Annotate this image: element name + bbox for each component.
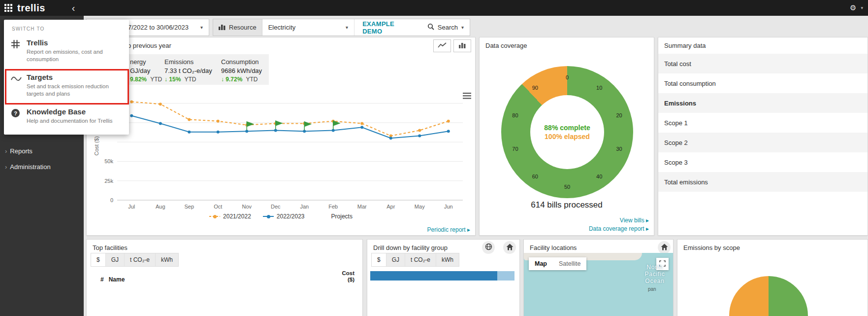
cost-line-chart: 025k50kJulAugSepOctNovDecJanFebMarAprMay… — [94, 84, 470, 221]
svg-text:Aug: Aug — [156, 204, 165, 210]
home-icon — [661, 244, 668, 252]
question-mark-icon: ? — [11, 107, 23, 125]
svg-text:Oct: Oct — [214, 204, 222, 210]
svg-text:0: 0 — [110, 197, 113, 203]
stat-energy: nergy GJ/day 9.82% YTD — [130, 58, 162, 83]
complete-percent-label: 88% complete — [544, 123, 590, 132]
stat-delta: 9.82% YTD — [130, 76, 162, 83]
sidebar-item-reports[interactable]: › Reports — [0, 143, 84, 159]
card-title: Data coverage — [480, 37, 654, 49]
donut-tick-label: 80 — [512, 112, 518, 118]
svg-text:Sep: Sep — [184, 204, 194, 210]
unit-tco2e[interactable]: t CO₂-e — [125, 253, 156, 266]
unit-toggle: $ GJ t CO₂-e kWh — [371, 253, 459, 267]
user-menu-caret-icon[interactable]: ▾ — [861, 5, 863, 10]
sidebar-item-label: Reports — [10, 147, 32, 155]
summary-table: Total cost Total consumption Emissions S… — [658, 54, 868, 192]
stat-delta: ↓ 15% YTD — [164, 76, 212, 83]
unit-tco2e[interactable]: t CO₂-e — [405, 253, 436, 266]
chevron-right-icon: › — [5, 147, 7, 155]
svg-text:Jan: Jan — [300, 204, 309, 210]
sidebar-collapse-chevron[interactable]: ‹ — [72, 3, 75, 13]
resource-select[interactable]: Electricity ▾ — [262, 19, 354, 35]
donut-tick-label: 40 — [596, 174, 602, 179]
home-button[interactable] — [658, 241, 671, 254]
sidebar-item-administration[interactable]: › Administration — [0, 159, 84, 175]
card-title: o previous year — [122, 37, 475, 49]
topbar: trellis ‹ ⚙ ▾ — [0, 0, 868, 16]
menu-item-targets[interactable]: Targets Set and track emission reduction… — [4, 68, 129, 103]
trellis-logo[interactable]: trellis — [17, 2, 45, 14]
globe-button[interactable] — [482, 241, 495, 254]
column-header-name: Name — [109, 276, 125, 283]
data-coverage-card: Data coverage 0102030405060708090 88% co… — [479, 37, 654, 236]
coverage-donut-center: 88% complete 100% elapsed — [530, 95, 604, 169]
line-chart-toggle-button[interactable] — [433, 39, 451, 52]
map-text-fragment: pan — [648, 286, 656, 292]
stat-label: Consumption — [221, 58, 262, 66]
resource-label: Resource — [229, 24, 257, 31]
home-button[interactable] — [503, 241, 516, 254]
bar-segment — [497, 271, 514, 281]
card-title: Facility locations — [524, 240, 673, 251]
elapsed-percent-label: 100% elapsed — [545, 132, 590, 141]
legend-series-2021-2022[interactable]: 2021/2022 — [209, 213, 251, 220]
periodic-report-link[interactable]: Periodic report ▸ — [427, 226, 470, 233]
map[interactable]: Map Satellite North Pacific Ocean pan — [524, 253, 673, 316]
scope-pie — [729, 276, 808, 316]
stat-value: GJ/day — [130, 67, 162, 74]
summary-row-scope-3: Scope 3 — [658, 152, 868, 172]
menu-item-text: Trellis Report on emissions, cost and co… — [27, 38, 122, 63]
unit-dollar[interactable]: $ — [372, 253, 386, 266]
column-chart-icon — [458, 42, 466, 50]
search-control[interactable]: Search ▾ — [421, 19, 470, 35]
map-type-map-button[interactable]: Map — [529, 257, 553, 270]
facility-group-bar[interactable] — [370, 271, 514, 281]
example-demo-badge[interactable]: EXAMPLE DEMO — [354, 19, 421, 35]
map-type-satellite-button[interactable]: Satellite — [553, 257, 586, 270]
sidebar-item-label: Administration — [10, 163, 50, 171]
summary-row-total-cost: Total cost — [658, 54, 868, 73]
column-header-cost: Cost ($) — [342, 270, 354, 283]
svg-text:25k: 25k — [104, 178, 113, 184]
summary-row-scope-1: Scope 1 — [658, 113, 868, 133]
donut-tick-label: 20 — [616, 112, 622, 118]
search-label: Search — [438, 24, 458, 31]
unit-dollar[interactable]: $ — [91, 253, 106, 266]
legend-series-2022-2023[interactable]: 2022/2023 — [263, 213, 305, 220]
unit-gj[interactable]: GJ — [386, 253, 405, 266]
stat-delta-pct: 9.82% — [130, 76, 147, 83]
trellis-lattice-icon — [11, 38, 23, 63]
card-title: Drill down by facility group — [367, 240, 519, 251]
app-launcher-grid-icon[interactable] — [4, 4, 12, 12]
data-coverage-report-link[interactable]: Data coverage report ▸ — [589, 225, 649, 233]
summary-data-card: Summary data Total cost Total consumptio… — [658, 37, 868, 236]
unit-kwh[interactable]: kWh — [436, 253, 459, 266]
menu-item-trellis[interactable]: Trellis Report on emissions, cost and co… — [4, 34, 129, 68]
chart-type-toggle — [433, 39, 471, 52]
column-chart-toggle-button[interactable] — [453, 39, 471, 52]
stat-delta-suffix: YTD — [185, 76, 196, 83]
chart-legend: 2021/2022 2022/2023 Projects — [87, 213, 475, 220]
stat-delta-pct: 9.72% — [225, 76, 242, 83]
chart-menu-icon[interactable] — [463, 93, 471, 99]
chevron-down-icon: ▾ — [200, 25, 203, 30]
menu-item-subtitle: Help and documentation for Trellis — [27, 117, 113, 125]
menu-item-knowledge-base[interactable]: ? Knowledge Base Help and documentation … — [4, 103, 129, 130]
chevron-down-icon: ▾ — [346, 25, 348, 30]
unit-gj[interactable]: GJ — [106, 253, 125, 266]
facility-locations-card: Facility locations Map Satellite North P… — [523, 239, 674, 316]
down-arrow-icon: ↓ — [221, 76, 224, 83]
donut-tick-label: 90 — [532, 85, 538, 91]
blue-series-marker — [263, 216, 274, 217]
coverage-donut-chart: 0102030405060708090 88% complete 100% el… — [501, 66, 633, 198]
chevron-right-icon: › — [5, 163, 7, 171]
line-chart-icon — [438, 42, 447, 50]
legend-projects[interactable]: Projects — [331, 213, 353, 220]
unit-kwh[interactable]: kWh — [156, 253, 178, 266]
donut-tick-label: 0 — [566, 74, 569, 80]
view-bills-link[interactable]: View bills ▸ — [589, 216, 649, 225]
svg-text:Jul: Jul — [128, 204, 135, 210]
resource-label-segment: Resource — [213, 19, 262, 35]
settings-gear-icon[interactable]: ⚙ — [850, 3, 856, 12]
